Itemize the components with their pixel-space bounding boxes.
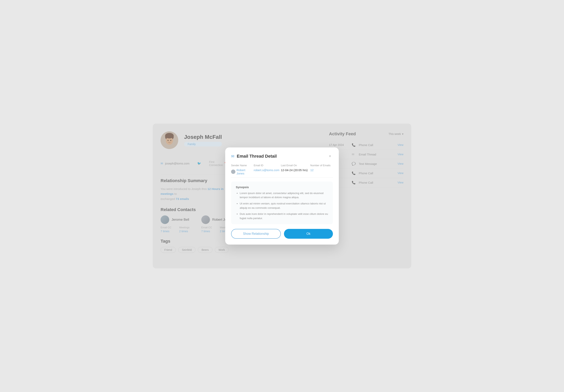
sender-name-col: Sender Name Robert Jones: [231, 164, 254, 175]
sender-name-header: Sender Name: [231, 164, 254, 167]
sender-name-value: Robert Jones: [231, 168, 254, 175]
email-thread-modal: ✉ Email Thread Detail × Sender Name Robe…: [225, 147, 339, 245]
synopsis-item-2: Duis aute irure dolor in reprehenderit i…: [240, 212, 328, 220]
modal-actions: Show Relationship Ok: [231, 229, 333, 239]
num-emails-header: Number of Emails: [310, 164, 333, 167]
show-relationship-button[interactable]: Show Relationship: [231, 229, 281, 239]
synopsis-item-1: Ut enim ad minim veniam, quis nostrud ex…: [240, 201, 328, 210]
last-email-value: 12-04-24 (20:05 hrs): [281, 168, 310, 172]
email-id-col: Email ID robert.s@toms.com: [254, 164, 281, 175]
last-email-header: Last Email On: [281, 164, 310, 167]
num-emails-value: 12: [310, 168, 333, 172]
synopsis-list: Lorem ipsum dolor sit amet, consectetur …: [236, 191, 328, 221]
sender-avatar: [231, 169, 235, 174]
email-id-value: robert.s@toms.com: [254, 168, 281, 172]
last-email-col: Last Email On 12-04-24 (20:05 hrs): [281, 164, 310, 175]
synopsis-box: Synopsis Lorem ipsum dolor sit amet, con…: [231, 182, 333, 224]
modal-close-button[interactable]: ×: [327, 153, 333, 159]
modal-table: Sender Name Robert Jones Email ID robert…: [231, 164, 333, 178]
modal-header: ✉ Email Thread Detail ×: [231, 153, 333, 159]
ok-button[interactable]: Ok: [284, 229, 333, 239]
num-emails-col: Number of Emails 12: [310, 164, 333, 175]
modal-title: Email Thread Detail: [237, 154, 277, 159]
modal-email-icon: ✉: [231, 154, 234, 159]
modal-overlay: ✉ Email Thread Detail × Sender Name Robe…: [153, 124, 411, 269]
synopsis-item-0: Lorem ipsum dolor sit amet, consectetur …: [240, 191, 328, 199]
synopsis-title: Synopsis: [236, 185, 328, 189]
email-id-header: Email ID: [254, 164, 281, 167]
